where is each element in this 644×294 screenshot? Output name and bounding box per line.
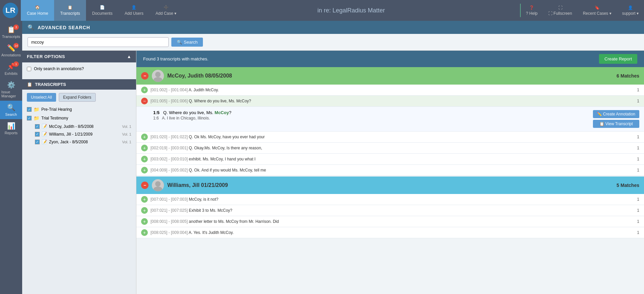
recent-cases-label: Recent Cases ▾ bbox=[583, 11, 611, 16]
nav-case-home[interactable]: 🏠 Case Home bbox=[21, 0, 54, 21]
match-ref-mccoy-5: [003:002] - [003:010] bbox=[151, 157, 188, 161]
match-row-mccoy-1[interactable]: + [001:002] - [001:004] A. Judith McCoy.… bbox=[136, 85, 644, 96]
sidebar-item-annotations[interactable]: 14 ✏️ Annotations bbox=[0, 41, 22, 60]
match-ref-mccoy-6: [004:009] - [005:002] bbox=[151, 168, 188, 173]
match-toggle-mccoy-3[interactable]: + bbox=[141, 134, 148, 140]
match-count-williams-2: 1 bbox=[633, 208, 639, 213]
sidebar-annotations-label: Annotations bbox=[1, 53, 21, 57]
unselect-all-button[interactable]: Unselect All bbox=[27, 93, 56, 102]
match-row-mccoy-3[interactable]: + [001:020] - [001:022] Q. Ok Ms. McCoy,… bbox=[136, 132, 644, 143]
view-transcript-button[interactable]: 📋 View Transcript bbox=[593, 120, 639, 128]
match-toggle-williams-2[interactable]: + bbox=[141, 207, 148, 214]
zyon-jack-checkbox[interactable]: ✓ bbox=[35, 140, 40, 144]
match-text-mccoy-6: [004:009] - [005:002] Q. Ok. And if you … bbox=[151, 168, 630, 173]
support-button[interactable]: 👤 support ▾ bbox=[617, 5, 644, 16]
folder-pre-trial[interactable]: ✓ 📁 Pre-Trial Hearing bbox=[25, 105, 133, 114]
match-text-williams-2: [007:021] - [007:025] Exhibit 3 to Ms. M… bbox=[151, 208, 630, 213]
sidebar-item-search[interactable]: 🔍 Search bbox=[0, 101, 22, 119]
search-bar-icon: 🔍 bbox=[28, 24, 34, 31]
match-content-mccoy-3: Q. Ok Ms. McCoy, have you ever had your bbox=[189, 135, 265, 139]
case-title: in re: LegalRadius Matter bbox=[182, 0, 520, 21]
support-label: support ▾ bbox=[622, 11, 639, 16]
search-btn-label: Search bbox=[184, 40, 198, 45]
match-toggle-williams-1[interactable]: + bbox=[141, 196, 148, 203]
transcripts-filter-label: TRANSCRIPTS bbox=[35, 82, 66, 87]
only-annotations-checkbox[interactable] bbox=[27, 67, 31, 71]
match-toggle-williams-4[interactable]: + bbox=[141, 229, 148, 236]
nav-documents[interactable]: 📄 Documents bbox=[86, 0, 119, 21]
match-toggle-mccoy-1[interactable]: + bbox=[141, 87, 148, 93]
sidebar-item-exhibits[interactable]: 1 📌 Exhibits bbox=[0, 60, 22, 78]
filter-header-label: FILTER OPTIONS bbox=[27, 54, 65, 59]
match-text-williams-4: [008:025] - [009:004] A. Yes. It's Judit… bbox=[151, 230, 630, 235]
match-row-williams-4[interactable]: + [008:025] - [009:004] A. Yes. It's Jud… bbox=[136, 227, 644, 238]
nav-case-home-label: Case Home bbox=[27, 11, 48, 16]
pre-trial-checkbox[interactable]: ✓ bbox=[27, 107, 32, 112]
nav-add-case-label: Add Case ▾ bbox=[156, 11, 176, 16]
match-text-mccoy-5: [003:002] - [003:010] exhibit. Ms. McCoy… bbox=[151, 157, 630, 161]
trial-testimony-checkbox[interactable]: ✓ bbox=[27, 116, 32, 120]
search-button[interactable]: 🔍 Search bbox=[171, 38, 203, 47]
top-nav: LR 🏠 Case Home 📋 Transcripts 📄 Documents… bbox=[0, 0, 644, 21]
mccoy-judith-checkbox[interactable]: ✓ bbox=[35, 124, 40, 129]
deponent-header-williams[interactable]: − Williams, Jill 01/21/2009 5 Matches bbox=[136, 177, 644, 194]
match-toggle-mccoy-5[interactable]: + bbox=[141, 156, 148, 162]
mccoy-matches: 6 Matches bbox=[616, 73, 639, 79]
search-row: 🔍 Search bbox=[22, 34, 644, 51]
match-row-mccoy-2[interactable]: − [001:005] - [001:006] Q. Where do you … bbox=[136, 96, 644, 107]
search-input[interactable] bbox=[28, 37, 169, 47]
deponent-header-mccoy[interactable]: − McCoy, Judith 08/05/2008 6 Matches bbox=[136, 67, 644, 85]
match-ref-mccoy-2: [001:005] - [001:006] bbox=[151, 99, 188, 103]
match-toggle-mccoy-2[interactable]: − bbox=[141, 98, 148, 104]
expand-folders-button[interactable]: Expand Folders bbox=[59, 93, 96, 102]
match-toggle-mccoy-6[interactable]: + bbox=[141, 167, 148, 174]
filter-panel: FILTER OPTIONS ▲ Only search in annotati… bbox=[22, 51, 136, 294]
results-panel: Found 3 transcripts with matches. Create… bbox=[136, 51, 644, 294]
sidebar-reports-label: Reports bbox=[5, 131, 18, 135]
match-row-williams-2[interactable]: + [007:021] - [007:025] Exhibit 3 to Ms.… bbox=[136, 205, 644, 216]
match-row-mccoy-6[interactable]: + [004:009] - [005:002] Q. Ok. And if yo… bbox=[136, 165, 644, 176]
filter-collapse-icon[interactable]: ▲ bbox=[127, 54, 131, 59]
match-content-mccoy-2: Q. Where do you live, Ms. McCoy? bbox=[189, 99, 251, 103]
svg-point-0 bbox=[155, 72, 161, 77]
mccoy-toggle[interactable]: − bbox=[141, 72, 148, 80]
match-toggle-mccoy-4[interactable]: + bbox=[141, 145, 148, 151]
nav-add-case[interactable]: ➕ Add Case ▾ bbox=[149, 0, 182, 21]
help-label: ? Help bbox=[526, 11, 538, 16]
filter-header: FILTER OPTIONS ▲ bbox=[22, 51, 136, 62]
transcripts-badge: 3 bbox=[13, 24, 19, 30]
match-row-mccoy-4[interactable]: + [002:019] - [003:001] Q. Okay.Ms. McCo… bbox=[136, 143, 644, 154]
williams-jill-checkbox[interactable]: ✓ bbox=[35, 132, 40, 137]
sidebar-item-transcripts[interactable]: 3 📋 Transcripts bbox=[0, 23, 22, 41]
help-button[interactable]: ❓ ? Help bbox=[521, 5, 543, 16]
sidebar-item-reports[interactable]: 📊 Reports bbox=[0, 119, 22, 138]
match-row-williams-1[interactable]: + [007:001] - [007:003] McCoy, is it not… bbox=[136, 194, 644, 205]
transcript-mccoy-judith[interactable]: ✓ 📝 McCoy, Judith - 8/5/2008 Vol. 1 bbox=[25, 122, 133, 130]
match-toggle-williams-3[interactable]: + bbox=[141, 218, 148, 225]
match-text-williams-3: [008:001] - [008:005] another letter to … bbox=[151, 219, 630, 224]
create-report-button[interactable]: Create Report bbox=[599, 54, 637, 64]
sidebar: 3 📋 Transcripts 14 ✏️ Annotations 1 📌 Ex… bbox=[0, 21, 22, 294]
transcript-williams-jill[interactable]: ✓ 📝 Williams, Jill - 1/21/2009 Vol. 1 bbox=[25, 130, 133, 138]
match-row-williams-3[interactable]: + [008:001] - [008:005] another letter t… bbox=[136, 216, 644, 227]
williams-toggle[interactable]: − bbox=[141, 182, 148, 189]
sidebar-issue-manager-label: Issue Manager bbox=[1, 90, 21, 98]
match-content-mccoy-4: Q. Okay.Ms. McCoy, Is there any reason, bbox=[189, 146, 262, 150]
support-icon: 👤 bbox=[628, 5, 633, 10]
recent-cases-button[interactable]: 🔖 Recent Cases ▾ bbox=[577, 5, 617, 16]
documents-nav-icon: 📄 bbox=[100, 5, 105, 10]
trial-testimony-folder-icon: 📁 bbox=[34, 115, 39, 121]
folder-trial-testimony[interactable]: ✓ 📁 Trial Testimony bbox=[25, 114, 133, 122]
match-row-mccoy-5[interactable]: + [003:002] - [003:010] exhibit. Ms. McC… bbox=[136, 154, 644, 165]
match-ref-mccoy-3: [001:020] - [001:022] bbox=[151, 135, 188, 139]
fullscreen-button[interactable]: ⛶ ⛶ Fullscreen bbox=[543, 5, 577, 16]
create-annotation-button[interactable]: ✏️ Create Annotation bbox=[593, 110, 639, 118]
match-text-mccoy-2: [001:005] - [001:006] Q. Where do you li… bbox=[151, 99, 630, 103]
nav-add-users[interactable]: 👤 Add Users bbox=[119, 0, 149, 21]
transcript-zyon-jack[interactable]: ✓ 📝 Zyon, Jack - 8/5/2008 Vol. 1 bbox=[25, 138, 133, 146]
deponent-group-mccoy: − McCoy, Judith 08/05/2008 6 Matches + [… bbox=[136, 67, 644, 176]
match-text-williams-1: [007:001] - [007:003] McCoy, is it not? bbox=[151, 197, 630, 202]
sidebar-item-issue-manager[interactable]: ⚙️ Issue Manager bbox=[0, 78, 22, 101]
match-ref-williams-4: [008:025] - [009:004] bbox=[151, 230, 188, 235]
nav-transcripts[interactable]: 📋 Transcripts bbox=[54, 0, 86, 21]
